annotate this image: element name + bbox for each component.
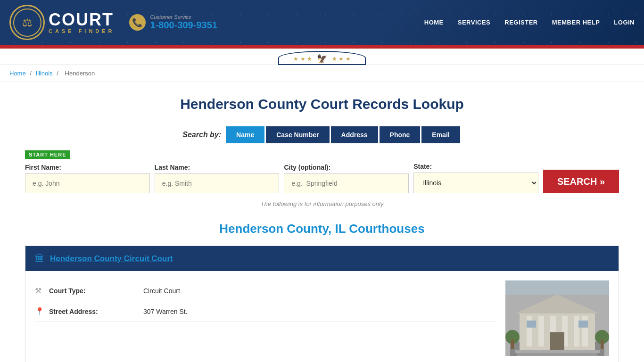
eagle-stars-right: ★ ★ ★ bbox=[332, 56, 351, 62]
search-by-row: Search by: Name Case Number Address Phon… bbox=[25, 126, 619, 143]
logo-subtitle-text: CASE FINDER bbox=[49, 28, 115, 34]
cs-label: Customer Service bbox=[150, 14, 217, 20]
last-name-label: Last Name: bbox=[155, 164, 280, 171]
main-nav: HOME SERVICES REGISTER MEMBER HELP LOGIN bbox=[424, 19, 635, 26]
city-group: City (optional): bbox=[284, 164, 409, 193]
breadcrumb-sep1: / bbox=[30, 70, 32, 77]
tab-case-number[interactable]: Case Number bbox=[266, 126, 329, 143]
svg-rect-5 bbox=[538, 316, 544, 346]
courthouse-body: ⚒ Court Type: Circuit Court 📍 Street Add… bbox=[25, 271, 619, 362]
courthouse-image bbox=[505, 280, 609, 356]
court-type-value: Circuit Court bbox=[143, 287, 180, 295]
breadcrumb-sep2: / bbox=[57, 70, 58, 77]
court-type-icon: ⚒ bbox=[35, 286, 49, 295]
nav-member-help[interactable]: MEMBER HELP bbox=[552, 19, 600, 26]
nav-register[interactable]: REGISTER bbox=[504, 19, 537, 26]
svg-rect-9 bbox=[582, 316, 588, 346]
cs-phone: 1-800-309-9351 bbox=[150, 20, 217, 31]
courthouse-name[interactable]: Henderson County Circuit Court bbox=[50, 254, 173, 263]
eagle-stars-left: ★ ★ ★ bbox=[293, 56, 312, 62]
svg-rect-13 bbox=[515, 350, 600, 353]
cs-text: Customer Service 1-800-309-9351 bbox=[150, 14, 217, 31]
eagle-icon: 🦅 bbox=[317, 54, 327, 64]
first-name-group: First Name: bbox=[25, 164, 150, 193]
nav-home[interactable]: HOME bbox=[424, 19, 444, 26]
state-group: State: Illinois Alabama Alaska Arizona C… bbox=[413, 163, 538, 193]
breadcrumb-county: Henderson bbox=[65, 70, 95, 77]
search-by-label: Search by: bbox=[182, 131, 221, 139]
logo-inner-icon: ⚖ bbox=[13, 8, 41, 37]
page-title: Henderson County Court Records Lookup bbox=[25, 96, 619, 112]
eagle-decoration: ★ ★ ★ 🦅 ★ ★ ★ bbox=[0, 49, 644, 65]
tab-address[interactable]: Address bbox=[331, 126, 378, 143]
first-name-input[interactable] bbox=[25, 173, 150, 193]
street-address-label: Street Address: bbox=[49, 308, 143, 315]
nav-login[interactable]: LOGIN bbox=[614, 19, 635, 26]
city-label: City (optional): bbox=[284, 164, 409, 171]
courthouse-card: 🏛 Henderson County Circuit Court ⚒ Court… bbox=[25, 246, 619, 362]
state-label: State: bbox=[413, 163, 538, 170]
svg-rect-8 bbox=[574, 316, 579, 346]
svg-rect-18 bbox=[601, 339, 603, 349]
main-content: Henderson County Court Records Lookup Se… bbox=[16, 82, 628, 362]
svg-rect-14 bbox=[517, 353, 597, 356]
svg-rect-10 bbox=[550, 332, 564, 351]
red-banner bbox=[0, 45, 644, 49]
search-form-container: START HERE First Name: Last Name: City (… bbox=[25, 150, 619, 193]
tab-email[interactable]: Email bbox=[421, 126, 460, 143]
svg-rect-12 bbox=[578, 321, 588, 328]
svg-rect-17 bbox=[511, 339, 514, 349]
last-name-group: Last Name: bbox=[155, 164, 280, 193]
nav-services[interactable]: SERVICES bbox=[458, 19, 491, 26]
logo-circle: ⚖ bbox=[9, 5, 45, 40]
city-input[interactable] bbox=[284, 173, 409, 193]
eagle-center: ★ ★ ★ 🦅 ★ ★ ★ bbox=[278, 51, 365, 65]
start-here-badge: START HERE bbox=[25, 150, 70, 159]
street-address-value: 307 Warren St. bbox=[143, 308, 188, 315]
breadcrumb-home[interactable]: Home bbox=[9, 70, 26, 77]
address-icon: 📍 bbox=[35, 307, 49, 316]
logo-area: ⚖ COURT CASE FINDER bbox=[9, 5, 115, 40]
customer-service-area: 📞 Customer Service 1-800-309-9351 bbox=[129, 14, 217, 31]
breadcrumb: Home / Illinois / Henderson bbox=[0, 65, 644, 82]
detail-row-street-address: 📍 Street Address: 307 Warren St. bbox=[35, 301, 496, 322]
breadcrumb-state[interactable]: Illinois bbox=[36, 70, 53, 77]
logo-court-text: COURT bbox=[49, 11, 115, 28]
court-type-label: Court Type: bbox=[49, 287, 143, 295]
courthouse-card-header: 🏛 Henderson County Circuit Court bbox=[25, 246, 619, 271]
svg-rect-11 bbox=[527, 321, 536, 328]
site-header: ⚖ COURT CASE FINDER 📞 Customer Service 1… bbox=[0, 0, 644, 45]
svg-rect-19 bbox=[505, 280, 609, 295]
info-text: The following is for information purpose… bbox=[25, 200, 619, 207]
courthouses-section-title: Henderson County, IL Courthouses bbox=[25, 222, 619, 236]
search-button[interactable]: SEARCH » bbox=[543, 170, 619, 193]
courthouse-details: ⚒ Court Type: Circuit Court 📍 Street Add… bbox=[35, 280, 496, 356]
state-select[interactable]: Illinois Alabama Alaska Arizona Californ… bbox=[413, 173, 538, 193]
phone-icon: 📞 bbox=[129, 14, 146, 31]
detail-row-court-type: ⚒ Court Type: Circuit Court bbox=[35, 280, 496, 301]
search-form-row: First Name: Last Name: City (optional): … bbox=[25, 163, 619, 193]
logo-text: COURT CASE FINDER bbox=[49, 11, 115, 34]
first-name-label: First Name: bbox=[25, 164, 150, 171]
svg-rect-4 bbox=[527, 316, 532, 346]
tab-phone[interactable]: Phone bbox=[380, 126, 421, 143]
last-name-input[interactable] bbox=[155, 173, 280, 193]
tab-name[interactable]: Name bbox=[226, 126, 264, 143]
courthouse-building-icon: 🏛 bbox=[35, 253, 44, 264]
